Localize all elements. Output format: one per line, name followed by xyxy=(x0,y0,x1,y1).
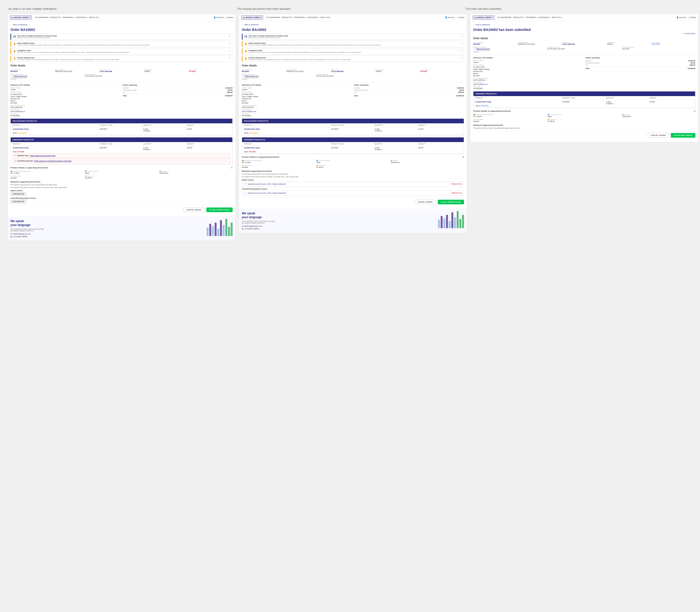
cancel-order-button[interactable]: CANCEL ORDER xyxy=(415,200,436,204)
basket-link[interactable]: 🛒 Basket xyxy=(225,16,233,18)
product-table-header: ORDERED PRODUCTS xyxy=(11,137,232,142)
choose-file-button[interactable]: CHOOSE FILE xyxy=(11,192,26,196)
email-link[interactable]: info@clinigengroup.com xyxy=(244,225,262,227)
nav-link[interactable]: PRODUCTS ▾ xyxy=(513,16,524,18)
completed-date: 00/00/00 xyxy=(473,52,547,53)
nav-actions: 👤 Account ▾ 🛒 Basket xyxy=(676,16,696,18)
notification-text: This product requires a custom shipping … xyxy=(17,59,227,60)
action-buttons: CANCEL ORDER PLACE NEW ORDER xyxy=(473,131,695,140)
brand-value: Acaomib xyxy=(11,177,84,179)
product-details-header[interactable]: Product details & supporting documents ∧ xyxy=(473,110,695,112)
account-link[interactable]: 👤 Account ▾ xyxy=(214,16,224,18)
place-order-button[interactable]: PLACE ORDER AGAIN xyxy=(206,208,233,212)
panel-1: CLINIGEN DIRECT MY DASHBOARDPRODUCTS ▾PR… xyxy=(7,14,236,241)
nav-bar: CLINIGEN DIRECT MY DASHBOARDPRODUCTS ▾PR… xyxy=(239,14,467,21)
nav-link[interactable]: SHORTAGES ▾ xyxy=(307,16,319,18)
order-ref-value: BA10002 xyxy=(11,71,54,72)
scenario-labels-row: An order is on hold, multiple notificati… xyxy=(7,7,693,10)
patient-doc-icon: 📄 xyxy=(242,75,244,77)
basket-link[interactable]: 🛒 Basket xyxy=(688,16,696,18)
dosage-item: 📦 Dosage form and pack size 1ml, 2x pack xyxy=(473,114,546,117)
close-icon[interactable]: ✕ xyxy=(229,50,230,52)
col-header: AMOUNT xyxy=(418,143,462,145)
account-link[interactable]: 👤 Account ▾ xyxy=(676,16,687,18)
back-link[interactable]: ← Back to dashboard xyxy=(473,24,695,26)
patient-access-field: Patient access form 📄 Patient access for… xyxy=(242,74,315,80)
close-icon[interactable]: ✕ xyxy=(460,35,462,37)
cancel-order-button[interactable]: CANCEL ORDER xyxy=(648,133,669,138)
nav-link[interactable]: ABOUT US ▾ xyxy=(89,16,99,18)
notification-title: Under medical review xyxy=(248,42,458,44)
nav-link[interactable]: ABOUT US ▾ xyxy=(320,16,331,18)
nav-link[interactable]: SHORTAGES ▾ xyxy=(75,16,87,18)
order-details-section-title: Order details xyxy=(473,37,695,40)
hold-error-link[interactable]: Please upload to Controlled Drug Import … xyxy=(34,160,71,162)
basket-link[interactable]: 🛒 Basket xyxy=(456,16,464,18)
total-row: Total £9,985.00 xyxy=(586,67,695,69)
sponsor-value: AstraZeneca xyxy=(622,115,695,117)
bar xyxy=(454,217,456,228)
patient-access-link[interactable]: Patient access form xyxy=(476,48,490,50)
nav-link[interactable]: MY DASHBOARD xyxy=(267,16,280,18)
close-icon[interactable]: ✕ xyxy=(229,57,230,59)
back-arrow-icon: ← xyxy=(473,24,475,26)
speak-subtitle: Got a question? Get in touch and let us … xyxy=(11,228,204,232)
choose-file-button[interactable]: CHOOSE FILE xyxy=(11,200,26,203)
close-icon[interactable]: ✕ xyxy=(460,50,462,52)
remove-file-button[interactable]: REMOVE FILE xyxy=(452,183,462,185)
email-label: Email address xyxy=(242,109,352,110)
product-details-header[interactable]: Product details & supporting documents ∧ xyxy=(11,167,233,169)
nav-link[interactable]: PRODUCTS ▾ xyxy=(282,16,292,18)
back-link[interactable]: ← Back to dashboard xyxy=(11,24,233,26)
hold-error: ⚠ Controlled drug hold - Please upload t… xyxy=(13,158,230,163)
notification: ℹ️ Your order is being reviewed by our f… xyxy=(11,33,233,40)
country-value: Japan xyxy=(85,172,158,174)
place-order-button[interactable]: PLACE ORDER AGAIN xyxy=(438,200,464,204)
nav-link[interactable]: MY DASHBOARD xyxy=(498,16,512,18)
email-invoice-link[interactable]: 📧 Email Invoice xyxy=(683,32,695,34)
patient-access-link[interactable]: Patient access form xyxy=(13,75,27,77)
close-icon[interactable]: ✕ xyxy=(460,42,462,44)
close-icon[interactable]: ✕ xyxy=(460,57,462,59)
subtotal-value: £9,000.00 xyxy=(688,60,695,61)
dosage-item: 📦 Dosage form and pack size 1ml, 2x pack xyxy=(11,170,84,174)
hold-error-link[interactable]: Please upload an Import license field xyxy=(30,155,55,156)
cancel-order-button[interactable]: CANCEL ORDER xyxy=(183,208,204,212)
nav-link[interactable]: ABOUT US ▾ xyxy=(552,16,562,18)
nav-link[interactable]: PROGRAMS ▾ xyxy=(63,16,74,18)
nav-link[interactable]: MY DASHBOARD xyxy=(35,16,49,18)
patient-row: Patient access form 📄 Patient access for… xyxy=(11,74,233,80)
pack-price-value: £1,000.00 xyxy=(316,166,389,168)
back-link-label: Back to dashboard xyxy=(13,24,27,26)
product-details-header[interactable]: Product details & supporting documents ∧ xyxy=(242,156,464,158)
chevron-up-icon: ∧ xyxy=(462,156,464,158)
hold-error: ⚠ Validation hold - Please upload an Imp… xyxy=(13,153,230,158)
patient-access-link[interactable]: Patient access form xyxy=(245,75,259,77)
total-value: £9,985.00 xyxy=(456,95,464,97)
order-summary-title: Order summary xyxy=(586,57,695,59)
upload-item: Import Licence 📄 Uploaded-document-name_… xyxy=(242,179,464,186)
email-link[interactable]: info@clinigengroup.com xyxy=(12,233,31,235)
order-details-grid: Order reference BA10002 Date submitted 0… xyxy=(11,69,233,72)
doc-grid: 📦 Dosage form and pack size 1ml, 2x pack… xyxy=(473,114,695,122)
nav-link[interactable]: PRODUCTS ▾ xyxy=(50,16,61,18)
place-order-button[interactable]: PLACE NEW ORDER xyxy=(671,133,695,138)
speak-text: We speakyour language Got a question? Ge… xyxy=(11,219,204,238)
email-value: sarah.smith@nhs.uk xyxy=(11,111,120,112)
nav-link[interactable]: SHORTAGES ▾ xyxy=(538,16,550,18)
back-arrow-icon: ← xyxy=(11,24,12,26)
nav-link[interactable]: PROGRAMS ▾ xyxy=(526,16,537,18)
product-table-row: Acalabrutinib 10mg 05234567 8 vials(4 pa… xyxy=(11,146,232,164)
close-icon[interactable]: ✕ xyxy=(229,35,230,37)
order-details-grid: Order reference BA10002 Date submitted 0… xyxy=(242,69,464,72)
nav-link[interactable]: PROGRAMS ▾ xyxy=(294,16,305,18)
account-link[interactable]: 👤 Account ▾ xyxy=(445,16,455,18)
bar xyxy=(451,212,453,228)
close-icon[interactable]: ✕ xyxy=(229,42,230,44)
col-header: AMOUNT xyxy=(418,124,462,126)
remove-file-button[interactable]: REMOVE FILE xyxy=(452,192,462,194)
product-quantity: 8 vials(4 packs) xyxy=(374,147,418,150)
back-link[interactable]: ← Back to dashboard xyxy=(242,24,464,26)
product-details-section: Product details & supporting documents ∧… xyxy=(473,110,695,122)
dosage-value: 1ml, 2x pack xyxy=(242,162,315,163)
